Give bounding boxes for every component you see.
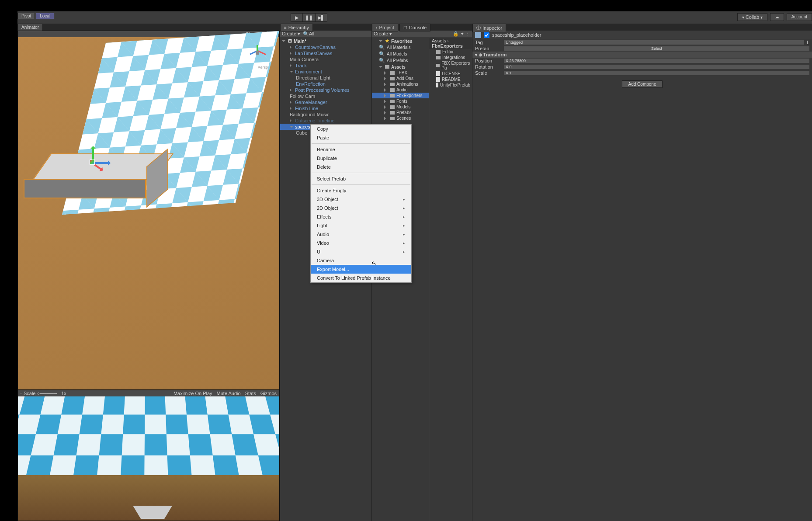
- hierarchy-item[interactable]: Track: [280, 63, 371, 69]
- context-menu-item[interactable]: Select Prefab: [311, 174, 411, 183]
- context-menu-item[interactable]: 2D Object▸: [311, 204, 411, 212]
- hierarchy-search[interactable]: 🔍All: [303, 31, 314, 37]
- project-asset[interactable]: UnityFbxPrefab: [429, 82, 472, 88]
- orientation-gizmo[interactable]: [244, 40, 271, 66]
- project-create[interactable]: Create ▾: [374, 31, 392, 37]
- tag-dropdown[interactable]: Untagged: [504, 40, 804, 45]
- position-x-field[interactable]: X 23.78809: [504, 59, 809, 63]
- scale-label: Scale: [475, 70, 501, 76]
- hierarchy-item[interactable]: CountdownCanvas: [280, 44, 371, 50]
- assets-header[interactable]: Assets: [372, 64, 429, 70]
- hierarchy-create[interactable]: Create ▾: [282, 31, 300, 37]
- context-menu-item[interactable]: Effects▸: [311, 212, 411, 221]
- context-menu-item[interactable]: UI▸: [311, 247, 411, 256]
- project-folder[interactable]: Animations: [372, 81, 429, 87]
- project-tools[interactable]: 🔒 ✦ ⋮: [453, 31, 470, 37]
- project-asset[interactable]: Editor: [429, 49, 472, 55]
- play-button[interactable]: ▶: [291, 13, 303, 22]
- hierarchy-tab-label: Hierarchy: [288, 25, 309, 30]
- context-menu-item[interactable]: Duplicate: [311, 154, 411, 163]
- transform-component-header[interactable]: ▾ ⊕ Transform: [472, 52, 812, 58]
- project-folder[interactable]: Models: [372, 104, 429, 110]
- hierarchy-item[interactable]: EnvReflection: [280, 81, 371, 87]
- rotation-x-field[interactable]: X 0: [504, 65, 809, 69]
- gameobject-icon[interactable]: [475, 32, 481, 38]
- hierarchy-search-hint: All: [309, 31, 314, 36]
- game-scale-label: Scale: [24, 391, 36, 396]
- favorite-search[interactable]: 🔍All Prefabs: [372, 57, 429, 64]
- context-menu-item[interactable]: Delete: [311, 163, 411, 171]
- hierarchy-item[interactable]: Post Processing Volumes: [280, 87, 371, 93]
- hierarchy-scene-row[interactable]: ⊞ Main*: [280, 38, 371, 44]
- hierarchy-item[interactable]: Cutscene Timeline: [280, 118, 371, 124]
- hierarchy-item[interactable]: Finish Line: [280, 105, 371, 111]
- hierarchy-item[interactable]: Background Music: [280, 111, 371, 118]
- project-asset[interactable]: README: [429, 76, 472, 82]
- gameobject-active-checkbox[interactable]: [484, 32, 489, 38]
- collab-dropdown[interactable]: ▾ Collab ▾: [737, 13, 767, 21]
- project-folder[interactable]: Scenes: [372, 115, 429, 121]
- game-gizmos-toggle[interactable]: Gizmos: [260, 391, 277, 396]
- context-menu-item[interactable]: Video▸: [311, 239, 411, 247]
- cloud-button[interactable]: ☁: [770, 13, 784, 21]
- position-label: Position: [475, 58, 501, 63]
- scale-x-field[interactable]: X 1: [504, 71, 809, 75]
- context-menu-item[interactable]: Create Empty: [311, 186, 411, 195]
- pause-button[interactable]: ❚❚: [303, 13, 315, 22]
- favorites-header[interactable]: ★Favorites: [372, 38, 429, 44]
- game-sky: [17, 396, 280, 483]
- project-folder[interactable]: Fonts: [372, 98, 429, 104]
- mute-toggle[interactable]: Mute Audio: [217, 391, 241, 396]
- context-menu-item[interactable]: 3D Object▸: [311, 195, 411, 204]
- selected-cube-mesh[interactable]: [42, 153, 169, 206]
- context-menu-item[interactable]: Audio▸: [311, 230, 411, 239]
- project-tab[interactable]: ▪ Project: [372, 24, 398, 31]
- gameobject-name-field[interactable]: spaceship_placeholder: [492, 32, 809, 38]
- context-menu-item[interactable]: Camera: [311, 256, 411, 265]
- inspector-tab[interactable]: ⓘ Inspector: [472, 24, 506, 32]
- project-folder[interactable]: _FBX: [372, 70, 429, 76]
- maximize-toggle[interactable]: Maximize On Play: [174, 391, 212, 396]
- step-button[interactable]: ▶▌: [315, 13, 327, 22]
- project-breadcrumb[interactable]: Assets › FbxExporters: [429, 38, 472, 49]
- hierarchy-item[interactable]: LapTimesCanvas: [280, 50, 371, 56]
- stats-toggle[interactable]: Stats: [245, 391, 256, 396]
- project-folder[interactable]: FbxExporters: [372, 93, 429, 98]
- project-folder[interactable]: Add Ons: [372, 76, 429, 81]
- add-component-button[interactable]: Add Compone: [622, 80, 663, 88]
- favorite-search[interactable]: 🔍All Models: [372, 51, 429, 57]
- crumb-1[interactable]: FbxExporters: [432, 43, 463, 49]
- favorite-search[interactable]: 🔍All Materials: [372, 44, 429, 51]
- crumb-0[interactable]: Assets: [432, 38, 446, 43]
- hierarchy-item[interactable]: Follow Cam: [280, 93, 371, 99]
- project-folder[interactable]: Prefabs: [372, 110, 429, 115]
- layer-label: L: [807, 40, 809, 45]
- context-menu-item[interactable]: Light▸: [311, 221, 411, 230]
- context-menu-item[interactable]: Convert To Linked Prefab Instance: [311, 274, 411, 282]
- favorites-label: Favorites: [391, 38, 413, 44]
- tag-label: Tag: [475, 40, 501, 45]
- hierarchy-tab[interactable]: ≡ Hierarchy: [280, 24, 313, 31]
- hierarchy-item[interactable]: Main Camera: [280, 56, 371, 63]
- scene-view[interactable]: Gizmos 🔍All Persp: [17, 31, 280, 390]
- context-menu-item[interactable]: Copy: [311, 125, 411, 133]
- game-view[interactable]: ◦ Scale ○───── 1x Maximize On Play Mute …: [17, 390, 280, 521]
- context-menu-item[interactable]: Rename: [311, 145, 411, 154]
- hierarchy-item[interactable]: Directional Light: [280, 75, 371, 81]
- local-toggle[interactable]: Local: [36, 13, 54, 19]
- hierarchy-item[interactable]: GameManager: [280, 99, 371, 105]
- animator-tab[interactable]: Animator: [17, 24, 43, 31]
- console-tab[interactable]: ☐ Console: [399, 24, 430, 31]
- hierarchy-item[interactable]: Environment: [280, 69, 371, 75]
- pivot-toggle[interactable]: Pivot: [17, 13, 35, 19]
- prefab-select-button[interactable]: Select: [504, 46, 809, 51]
- project-asset[interactable]: Integrations: [429, 55, 472, 60]
- project-folder[interactable]: Audio: [372, 87, 429, 93]
- account-dropdown[interactable]: Account: [787, 13, 812, 21]
- project-asset[interactable]: FBX Exporters Pa: [429, 60, 472, 71]
- gizmo-center[interactable]: [90, 160, 95, 165]
- context-menu-item[interactable]: Export Model...: [311, 265, 411, 274]
- project-asset[interactable]: LICENSE: [429, 71, 472, 76]
- context-menu-item[interactable]: Paste: [311, 133, 411, 142]
- persp-label[interactable]: Persp: [257, 65, 268, 69]
